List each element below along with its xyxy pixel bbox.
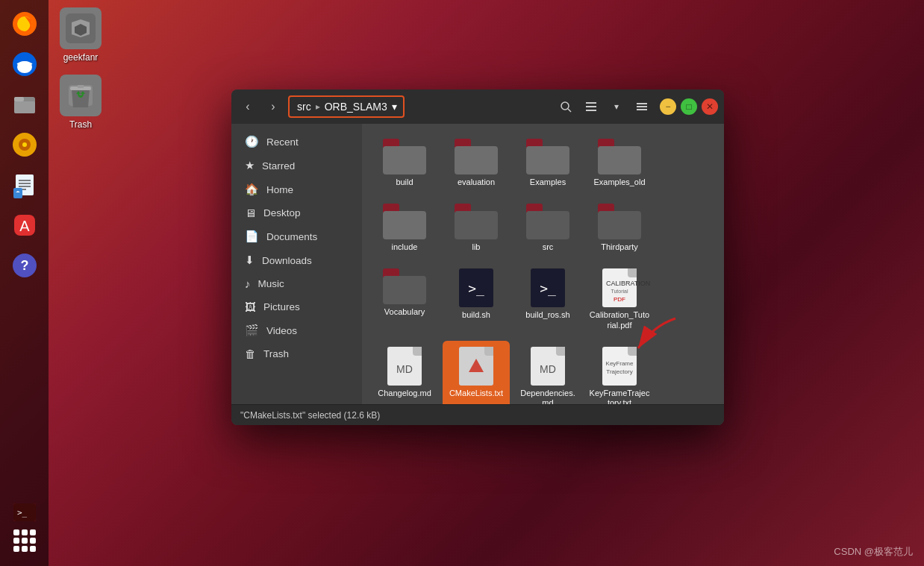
file-icon-dependencies: MD — [531, 347, 565, 386]
file-item-dependencies[interactable]: MD Dependencies.md — [514, 341, 581, 404]
svg-rect-6 — [14, 101, 35, 113]
file-item-src[interactable]: src — [514, 198, 581, 258]
files-grid: build evaluation Examples — [371, 133, 715, 404]
forward-button[interactable]: › — [263, 96, 284, 117]
file-item-lib[interactable]: lib — [443, 198, 510, 258]
sidebar-item-starred[interactable]: ★ Starred — [234, 154, 359, 177]
file-label-build: build — [396, 177, 413, 187]
folder-icon-lib — [455, 204, 498, 239]
sidebar-item-trash[interactable]: 🗑 Trash — [234, 342, 359, 365]
terminal-icon-buildrossh: >_ — [531, 268, 565, 307]
svg-line-28 — [568, 109, 571, 112]
file-item-buildrossh[interactable]: >_ build_ros.sh — [514, 262, 581, 336]
file-item-examples[interactable]: Examples — [514, 133, 581, 193]
sort-dropdown-button[interactable]: ▾ — [606, 96, 627, 117]
sidebar-item-documents[interactable]: 📄 Documents — [234, 224, 359, 248]
recent-icon: 🕐 — [245, 135, 259, 148]
file-label-buildsh: build.sh — [462, 310, 490, 320]
trash-icon — [60, 75, 102, 116]
sidebar-label-downloads: Downloads — [262, 255, 312, 266]
file-item-include[interactable]: include — [371, 198, 438, 258]
svg-rect-30 — [586, 106, 596, 107]
file-label-examples-old: Examples_old — [593, 177, 645, 187]
file-icon-calibration: CALIBRATION Tutorial PDF — [602, 268, 637, 307]
file-label-calibration: Calibration_Tutorial.pdf — [589, 310, 650, 330]
taskbar-item-firefox[interactable] — [7, 6, 43, 42]
svg-point-27 — [561, 102, 569, 110]
sidebar-item-recent[interactable]: 🕐 Recent — [234, 130, 359, 154]
path-dropdown[interactable]: ▾ — [390, 101, 399, 113]
folder-icon-examples — [526, 139, 569, 174]
taskbar-item-files[interactable] — [7, 87, 43, 122]
taskbar-item-writer[interactable] — [7, 167, 43, 203]
svg-rect-34 — [637, 109, 647, 110]
desktop-icon-geekfanr[interactable]: geekfanr — [60, 7, 102, 63]
folder-icon-build — [383, 139, 426, 174]
svg-point-9 — [22, 142, 27, 147]
search-button[interactable] — [555, 96, 576, 117]
taskbar-item-help[interactable]: ? — [7, 248, 43, 283]
taskbar-item-rhythmbox[interactable] — [7, 127, 43, 163]
sidebar-label-pictures: Pictures — [263, 301, 300, 312]
sidebar-item-music[interactable]: ♪ Music — [234, 272, 359, 295]
file-item-vocabulary[interactable]: Vocabulary — [371, 262, 438, 336]
file-item-keyframe[interactable]: KeyFrame Trajectory KeyFrameTrajectory.t… — [586, 341, 653, 404]
videos-icon: 🎬 — [245, 324, 259, 337]
sidebar-label-desktop: Desktop — [263, 207, 301, 218]
sidebar-label-trash: Trash — [263, 348, 289, 359]
app-grid-button[interactable] — [7, 523, 43, 559]
svg-rect-32 — [637, 103, 647, 104]
svg-text:?: ? — [20, 258, 28, 273]
sidebar-item-desktop[interactable]: 🖥 Desktop — [234, 201, 359, 224]
file-area: build evaluation Examples — [362, 124, 724, 404]
title-bar: ‹ › src ▸ ORB_SLAM3 ▾ ▾ − □ ✕ — [231, 89, 724, 124]
home-icon: 🏠 — [245, 183, 259, 196]
file-item-build[interactable]: build — [371, 133, 438, 193]
geekfanr-icon — [60, 7, 102, 49]
file-icon-cmakelists — [459, 347, 493, 386]
back-button[interactable]: ‹ — [237, 96, 258, 117]
file-icon-changelog: MD — [387, 347, 422, 386]
geekfanr-label: geekfanr — [63, 52, 99, 63]
file-item-cmakelists[interactable]: CMakeLists.txt — [443, 341, 510, 404]
file-item-buildsh[interactable]: >_ build.sh — [443, 262, 510, 336]
file-item-evaluation[interactable]: evaluation — [443, 133, 510, 193]
file-label-vocabulary: Vocabulary — [384, 307, 425, 317]
documents-icon: 📄 — [245, 230, 259, 243]
close-button[interactable]: ✕ — [702, 98, 718, 115]
svg-rect-31 — [586, 110, 596, 111]
path-segment-src[interactable]: src — [294, 101, 314, 113]
maximize-button[interactable]: □ — [681, 98, 697, 115]
sidebar-item-downloads[interactable]: ⬇ Downloads — [234, 248, 359, 272]
pictures-icon: 🖼 — [245, 301, 256, 313]
music-icon: ♪ — [245, 277, 251, 290]
file-item-examples-old[interactable]: Examples_old — [586, 133, 653, 193]
watermark: CSDN @极客范儿 — [834, 545, 913, 559]
list-view-button[interactable] — [581, 96, 602, 117]
folder-icon-examples-old — [598, 139, 641, 174]
path-segment-orbslam[interactable]: ORB_SLAM3 — [322, 101, 390, 113]
downloads-icon: ⬇ — [245, 254, 255, 267]
svg-rect-29 — [586, 102, 596, 104]
trash-sidebar-icon: 🗑 — [245, 348, 256, 360]
file-icon-keyframe: KeyFrame Trajectory — [602, 347, 637, 386]
file-item-changelog[interactable]: MD Changelog.md — [371, 341, 438, 404]
svg-text:>_: >_ — [17, 508, 28, 518]
file-label-evaluation: evaluation — [458, 177, 495, 187]
svg-marker-35 — [469, 359, 484, 372]
taskbar-item-appstore[interactable]: A — [7, 207, 43, 243]
file-item-calibration[interactable]: CALIBRATION Tutorial PDF Calibration_Tut… — [586, 262, 653, 336]
svg-rect-16 — [13, 188, 22, 198]
menu-button[interactable] — [631, 96, 652, 117]
status-bar: "CMakeLists.txt" selected (12.6 kB) — [231, 404, 724, 425]
sidebar-label-starred: Starred — [262, 160, 295, 172]
sidebar-item-home[interactable]: 🏠 Home — [234, 177, 359, 201]
minimize-button[interactable]: − — [660, 98, 676, 115]
sidebar-item-pictures[interactable]: 🖼 Pictures — [234, 295, 359, 318]
file-item-thirdparty[interactable]: Thirdparty — [586, 198, 653, 258]
status-text: "CMakeLists.txt" selected (12.6 kB) — [240, 410, 380, 421]
desktop-icon-trash[interactable]: Trash — [60, 75, 102, 130]
sidebar-item-videos[interactable]: 🎬 Videos — [234, 318, 359, 342]
file-label-thirdparty: Thirdparty — [601, 242, 638, 252]
taskbar-item-thunderbird[interactable] — [7, 46, 43, 82]
